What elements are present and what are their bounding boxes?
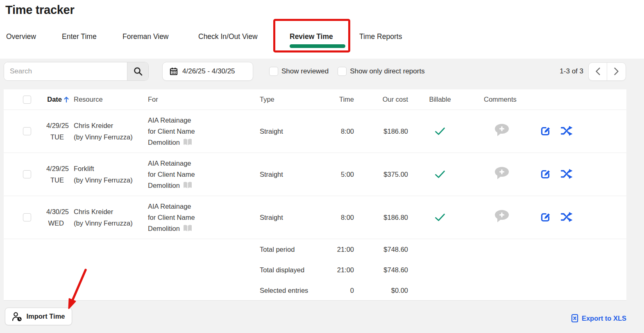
calendar-icon [169, 67, 178, 76]
total-cost: $748.60 [354, 266, 415, 274]
date-header-label: Date [47, 96, 62, 103]
table-row: 4/30/25 WED Chris Kreider (by Vinny Ferr… [4, 196, 626, 239]
column-header-type[interactable]: Type [259, 96, 327, 103]
column-header-our-cost[interactable]: Our cost [354, 96, 415, 103]
column-header-time[interactable]: Time [327, 96, 354, 103]
table-row: 4/29/25 TUE Chris Kreider (by Vinny Ferr… [4, 110, 626, 153]
cell-time: 8:00 [327, 128, 354, 135]
table-header-row: Date Resource For Type Time Our cost Bil… [4, 89, 626, 110]
add-comment-icon[interactable] [494, 166, 510, 180]
chevron-right-icon [614, 67, 619, 75]
search-input[interactable] [4, 62, 127, 80]
billable-check-icon [415, 127, 465, 135]
totals-section: Total period 21:00 $748.60 Total display… [4, 239, 626, 301]
row-checkbox[interactable] [23, 170, 31, 178]
chevron-left-icon [595, 67, 601, 75]
show-direct-reports-label: Show only direct reports [350, 67, 424, 75]
show-reviewed-option[interactable]: Show reviewed [269, 67, 329, 76]
column-header-billable[interactable]: Billable [415, 96, 465, 103]
cell-resource: Chris Kreider (by Vinny Ferruzza) [73, 206, 147, 229]
show-reviewed-checkbox[interactable] [269, 67, 278, 76]
time-entries-table: Date Resource For Type Time Our cost Bil… [4, 89, 626, 301]
total-label: Total period [259, 246, 327, 253]
tab-enter-time[interactable]: Enter Time [62, 32, 97, 41]
filter-checkboxes: Show reviewed Show only direct reports [269, 62, 425, 81]
pager-buttons [588, 62, 626, 81]
total-cost: $0.00 [354, 287, 415, 294]
prev-page-button[interactable] [589, 63, 607, 80]
move-entry-shuffle-icon[interactable] [560, 212, 573, 223]
move-entry-shuffle-icon[interactable] [560, 169, 573, 180]
column-header-resource[interactable]: Resource [73, 96, 147, 103]
add-comment-icon[interactable] [494, 123, 510, 137]
column-header-comments[interactable]: Comments [465, 96, 530, 103]
tab-overview[interactable]: Overview [6, 32, 36, 41]
edit-entry-icon[interactable] [540, 212, 551, 223]
pagination: 1-3 of 3 [560, 62, 626, 81]
next-page-button[interactable] [607, 63, 626, 80]
cell-for: AIA Retainage for Client Name Demolition [147, 201, 259, 234]
cell-our-cost: $186.80 [354, 214, 415, 221]
total-displayed-row: Total displayed 21:00 $748.60 [4, 260, 626, 280]
search-box [4, 62, 149, 81]
column-header-for[interactable]: For [147, 96, 259, 103]
total-time: 21:00 [327, 246, 354, 253]
column-header-date[interactable]: Date [39, 96, 73, 103]
header-band: Time tracker Overview Enter Time Foreman… [0, 0, 644, 59]
billable-check-icon [415, 170, 465, 178]
notes-book-icon[interactable] [183, 138, 193, 146]
cell-for: AIA Retainage for Client Name Demolition [147, 115, 259, 148]
add-comment-icon[interactable] [494, 210, 510, 224]
tab-check-in-out-view[interactable]: Check In/Out View [198, 32, 258, 41]
total-cost: $748.60 [354, 246, 415, 253]
import-time-label: Import Time [26, 312, 65, 320]
total-label: Selected entries [259, 287, 327, 294]
cell-type: Straight [259, 171, 327, 178]
cell-resource: Chris Kreider (by Vinny Ferruzza) [73, 120, 147, 143]
edit-entry-icon[interactable] [540, 169, 551, 180]
cell-our-cost: $375.00 [354, 171, 415, 178]
cell-type: Straight [259, 214, 327, 221]
tab-time-reports[interactable]: Time Reports [359, 32, 402, 41]
cell-time: 5:00 [327, 171, 354, 178]
sort-ascending-icon [64, 96, 69, 103]
notes-book-icon[interactable] [183, 181, 193, 189]
cell-resource: Forklift (by Vinny Ferruzza) [73, 163, 147, 186]
export-to-xls-link[interactable]: Export to XLS [571, 314, 626, 323]
cell-type: Straight [259, 128, 327, 135]
active-tab-underline [290, 44, 345, 48]
spreadsheet-icon [571, 314, 579, 323]
cell-date: 4/29/25 TUE [39, 163, 73, 186]
selected-entries-row: Selected entries 0 $0.00 [4, 280, 626, 301]
search-icon [133, 66, 143, 76]
tab-review-time[interactable]: Review Time [290, 32, 333, 41]
pagination-count: 1-3 of 3 [560, 67, 583, 75]
move-entry-shuffle-icon[interactable] [560, 125, 573, 137]
cell-date: 4/30/25 WED [39, 206, 73, 229]
person-clock-icon [12, 312, 23, 322]
cell-for: AIA Retainage for Client Name Demolition [147, 158, 259, 191]
table-row: 4/29/25 TUE Forklift (by Vinny Ferruzza)… [4, 153, 626, 196]
edit-entry-icon[interactable] [540, 125, 551, 137]
notes-book-icon[interactable] [183, 224, 193, 233]
total-label: Total displayed [259, 266, 327, 274]
select-all-checkbox[interactable] [23, 96, 31, 104]
time-tracker-screen: Time tracker Overview Enter Time Foreman… [0, 0, 644, 333]
billable-check-icon [415, 213, 465, 221]
page-title: Time tracker [5, 3, 74, 17]
filter-toolbar: 4/26/25 - 4/30/25 Show reviewed Show onl… [0, 59, 644, 89]
cell-time: 8:00 [327, 214, 354, 221]
cell-our-cost: $186.80 [354, 128, 415, 135]
show-direct-reports-option[interactable]: Show only direct reports [338, 67, 424, 76]
tab-foreman-view[interactable]: Foreman View [122, 32, 169, 41]
import-time-button[interactable]: Import Time [5, 308, 72, 325]
total-period-row: Total period 21:00 $748.60 [4, 239, 626, 260]
search-button[interactable] [127, 62, 148, 80]
show-direct-reports-checkbox[interactable] [338, 67, 347, 76]
date-range-button[interactable]: 4/26/25 - 4/30/25 [162, 62, 253, 81]
total-time: 21:00 [327, 266, 354, 274]
total-time: 0 [327, 287, 354, 294]
row-checkbox[interactable] [23, 127, 31, 135]
row-checkbox[interactable] [23, 213, 31, 221]
export-to-xls-label: Export to XLS [582, 315, 626, 322]
